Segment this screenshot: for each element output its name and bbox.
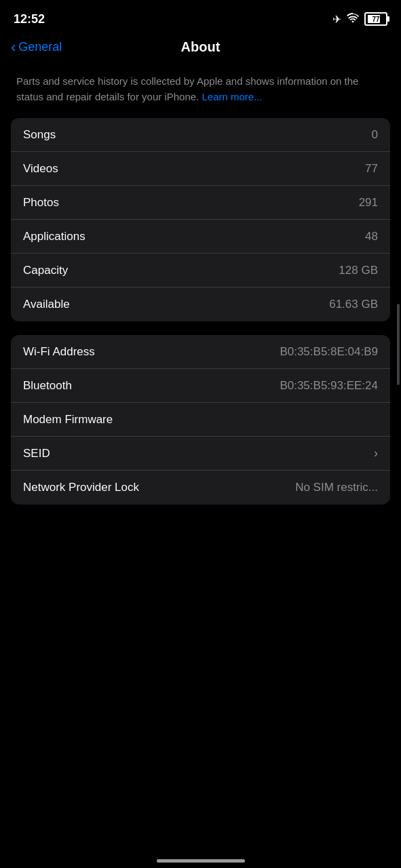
applications-label: Applications: [23, 230, 85, 243]
capacity-value: 128 GB: [339, 264, 378, 277]
info-section: Parts and service history is collected b…: [0, 63, 401, 118]
nav-header: ‹ General About: [0, 34, 401, 63]
photos-label: Photos: [23, 196, 59, 210]
bluetooth-label: Bluetooth: [23, 379, 72, 393]
videos-value: 77: [365, 162, 378, 176]
network-provider-lock-row: Network Provider Lock No SIM restric...: [11, 471, 390, 505]
wifi-address-value: B0:35:B5:8E:04:B9: [280, 345, 378, 359]
back-button[interactable]: ‹ General: [11, 40, 62, 55]
status-icons: ✈ 77: [332, 12, 387, 26]
capacity-label: Capacity: [23, 264, 68, 277]
capacity-row: Capacity 128 GB: [11, 254, 390, 288]
available-label: Available: [23, 298, 70, 311]
photos-value: 291: [359, 196, 378, 210]
applications-value: 48: [365, 230, 378, 243]
back-chevron-icon: ‹: [11, 40, 16, 55]
seid-chevron-icon: ›: [374, 446, 378, 460]
applications-row: Applications 48: [11, 220, 390, 254]
battery-icon: 77: [364, 12, 387, 26]
bluetooth-row: Bluetooth B0:35:B5:93:EE:24: [11, 369, 390, 403]
available-row: Available 61.63 GB: [11, 288, 390, 321]
info-text: Parts and service history is collected b…: [16, 75, 358, 102]
seid-label: SEID: [23, 447, 50, 460]
wifi-icon: [347, 13, 359, 25]
photos-row: Photos 291: [11, 186, 390, 220]
songs-label: Songs: [23, 128, 56, 142]
videos-label: Videos: [23, 162, 58, 176]
songs-row: Songs 0: [11, 118, 390, 152]
modem-firmware-row: Modem Firmware: [11, 403, 390, 437]
network-provider-lock-label: Network Provider Lock: [23, 481, 139, 494]
videos-row: Videos 77: [11, 152, 390, 186]
network-provider-lock-value: No SIM restric...: [295, 481, 378, 494]
wifi-address-row: Wi-Fi Address B0:35:B5:8E:04:B9: [11, 335, 390, 369]
back-label: General: [18, 40, 62, 54]
network-info-card: Wi-Fi Address B0:35:B5:8E:04:B9 Bluetoot…: [11, 335, 390, 505]
home-indicator: [157, 859, 245, 863]
modem-firmware-label: Modem Firmware: [23, 413, 113, 427]
status-bar: 12:52 ✈ 77: [0, 0, 401, 34]
available-value: 61.63 GB: [329, 298, 378, 311]
page-title: About: [181, 39, 221, 55]
media-stats-card: Songs 0 Videos 77 Photos 291 Application…: [11, 118, 390, 321]
scroll-indicator: [397, 304, 400, 385]
learn-more-link[interactable]: Learn more...: [202, 91, 263, 102]
bluetooth-value: B0:35:B5:93:EE:24: [280, 379, 378, 393]
airplane-icon: ✈: [332, 13, 341, 26]
wifi-address-label: Wi-Fi Address: [23, 345, 95, 359]
seid-row[interactable]: SEID ›: [11, 437, 390, 471]
songs-value: 0: [372, 128, 378, 142]
status-time: 12:52: [14, 12, 45, 26]
